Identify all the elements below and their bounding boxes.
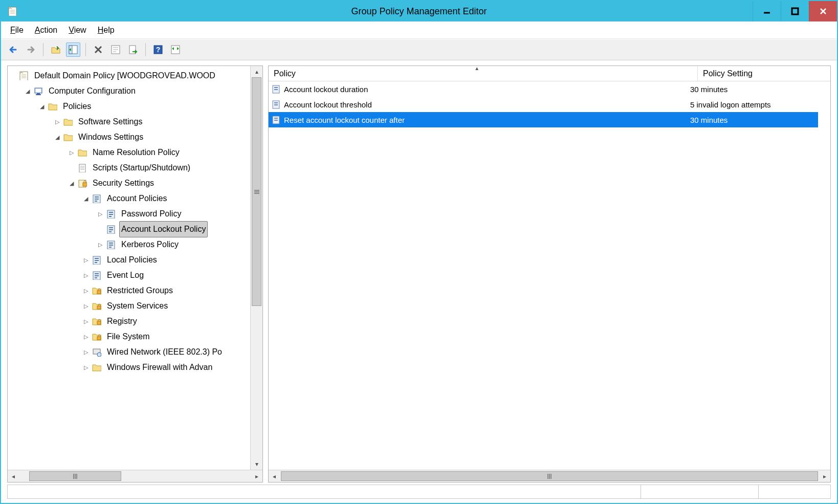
list-header[interactable]: Policy▲ Policy Setting [269, 66, 830, 81]
tree-file-system[interactable]: ▷File System [10, 329, 249, 344]
expander-open-icon[interactable]: ◢ [54, 129, 61, 145]
toolbar-separator [85, 43, 86, 56]
list-row[interactable]: Reset account lockout counter after30 mi… [269, 112, 818, 127]
menu-help[interactable]: Help [98, 26, 115, 35]
tree-security-settings[interactable]: ◢Security Settings [10, 176, 249, 191]
folder-lock-icon [92, 301, 102, 311]
folder-lock-icon [92, 332, 102, 342]
menubar: File Action View Help [1, 21, 837, 39]
scroll-left-icon[interactable]: ◂ [8, 470, 19, 482]
back-button[interactable] [6, 42, 20, 57]
column-header-setting[interactable]: Policy Setting [697, 66, 830, 81]
column-header-policy[interactable]: Policy▲ [269, 66, 697, 81]
list-row[interactable]: Account lockout threshold5 invalid logon… [269, 97, 818, 112]
scroll-right-icon[interactable]: ▸ [251, 470, 262, 482]
properties-button[interactable] [108, 42, 123, 57]
scroll-icon [19, 71, 29, 81]
tree-windows-settings[interactable]: ◢Windows Settings [10, 129, 249, 145]
folder-icon [92, 362, 102, 372]
tree-password-policy[interactable]: ▷Password Policy [10, 206, 249, 222]
tree-horizontal-scrollbar[interactable]: ◂ ▸ [8, 470, 262, 482]
expander-closed-icon[interactable]: ▷ [68, 145, 75, 160]
tree-vertical-scrollbar[interactable]: ▴ ▾ [250, 66, 262, 470]
expander-closed-icon[interactable]: ▷ [82, 360, 90, 375]
maximize-button[interactable] [781, 1, 809, 21]
policy-name: Account lockout duration [284, 85, 368, 94]
tree-local-policies[interactable]: ▷Local Policies [10, 252, 249, 268]
tree-computer-configuration[interactable]: ◢Computer Configuration [10, 83, 249, 99]
expander-open-icon[interactable]: ◢ [82, 191, 90, 206]
show-tree-button[interactable] [66, 42, 80, 57]
up-folder-button[interactable] [49, 42, 63, 57]
export-button[interactable] [126, 42, 140, 57]
window-title: Group Policy Management Editor [351, 6, 487, 17]
expander-open-icon[interactable]: ◢ [24, 83, 31, 99]
tree-windows-firewall[interactable]: ▷Windows Firewall with Advan [10, 360, 249, 375]
scroll-right-icon[interactable]: ▸ [819, 470, 830, 482]
tree-name-resolution-policy[interactable]: ▷Name Resolution Policy [10, 145, 249, 160]
list-pane: Policy▲ Policy Setting Account lockout d… [268, 65, 831, 483]
folder-lock-icon [92, 286, 102, 296]
help-button[interactable]: ? [151, 42, 165, 57]
tree-system-services[interactable]: ▷System Services [10, 298, 249, 314]
scroll-left-icon[interactable]: ◂ [269, 470, 280, 482]
scroll-down-icon[interactable]: ▾ [251, 458, 262, 470]
folder-icon [63, 132, 73, 142]
tree-software-settings[interactable]: ▷Software Settings [10, 114, 249, 129]
policy-list[interactable]: Account lockout duration30 minutesAccoun… [269, 81, 818, 470]
menu-view[interactable]: View [69, 26, 86, 35]
expander-closed-icon[interactable]: ▷ [82, 298, 90, 314]
minimize-button[interactable] [753, 1, 781, 21]
scroll-up-icon[interactable]: ▴ [251, 66, 262, 77]
svg-line-27 [821, 9, 826, 14]
svg-rect-25 [792, 8, 798, 14]
tree-kerberos-policy[interactable]: ▷Kerberos Policy [10, 237, 249, 252]
list-horizontal-scrollbar[interactable]: ◂ ▸ [269, 470, 830, 482]
expander-closed-icon[interactable]: ▷ [82, 329, 90, 344]
scroll-thumb[interactable] [29, 471, 121, 481]
svg-rect-40 [171, 46, 180, 54]
expander-open-icon[interactable]: ◢ [38, 99, 46, 114]
expander-closed-icon[interactable]: ▷ [82, 252, 90, 268]
delete-button[interactable] [91, 42, 105, 57]
titlebar[interactable]: Group Policy Management Editor [1, 1, 837, 21]
expander-closed-icon[interactable]: ▷ [54, 114, 61, 129]
expander-open-icon[interactable]: ◢ [68, 176, 75, 191]
tree-account-policies[interactable]: ◢Account Policies [10, 191, 249, 206]
navigation-tree[interactable]: Default Domain Policy [WOODGROVEAD.WOOD … [8, 66, 250, 377]
tree-registry[interactable]: ▷Registry [10, 314, 249, 329]
expander-closed-icon[interactable]: ▷ [82, 344, 90, 360]
folder-icon [63, 117, 73, 127]
expander-closed-icon[interactable]: ▷ [82, 314, 90, 329]
scroll-thumb[interactable] [252, 77, 261, 306]
tree-policies[interactable]: ◢Policies [10, 99, 249, 114]
client-area: Default Domain Policy [WOODGROVEAD.WOOD … [1, 60, 837, 485]
policies-icon [92, 270, 102, 280]
close-button[interactable] [809, 1, 837, 21]
expander-closed-icon[interactable]: ▷ [82, 268, 90, 283]
scroll-thumb[interactable] [281, 471, 818, 481]
tree-account-lockout-policy[interactable]: Account Lockout Policy [10, 222, 249, 237]
list-row[interactable]: Account lockout duration30 minutes [269, 81, 818, 97]
expander-closed-icon[interactable]: ▷ [97, 206, 104, 222]
sort-asc-icon: ▲ [474, 65, 479, 71]
forward-button[interactable] [24, 42, 38, 57]
policy-name: Reset account lockout counter after [284, 116, 405, 124]
tree-restricted-groups[interactable]: ▷Restricted Groups [10, 283, 249, 298]
tree-scripts[interactable]: Scripts (Startup/Shutdown) [10, 160, 249, 176]
security-icon [77, 178, 87, 188]
filter-button[interactable] [168, 42, 183, 57]
menu-action[interactable]: Action [35, 26, 57, 35]
tree-event-log[interactable]: ▷Event Log [10, 268, 249, 283]
tree-wired-network[interactable]: ▷Wired Network (IEEE 802.3) Po [10, 344, 249, 360]
policy-setting: 5 invalid logon attempts [685, 100, 818, 109]
svg-rect-37 [129, 46, 136, 54]
tree-root[interactable]: Default Domain Policy [WOODGROVEAD.WOOD [10, 68, 249, 83]
expander-closed-icon[interactable]: ▷ [97, 237, 104, 252]
app-icon [8, 7, 17, 16]
menu-file[interactable]: File [10, 26, 24, 35]
policy-setting: 30 minutes [685, 85, 818, 94]
expander-closed-icon[interactable]: ▷ [82, 283, 90, 298]
toolbar-separator [43, 43, 43, 56]
svg-line-26 [821, 9, 826, 14]
